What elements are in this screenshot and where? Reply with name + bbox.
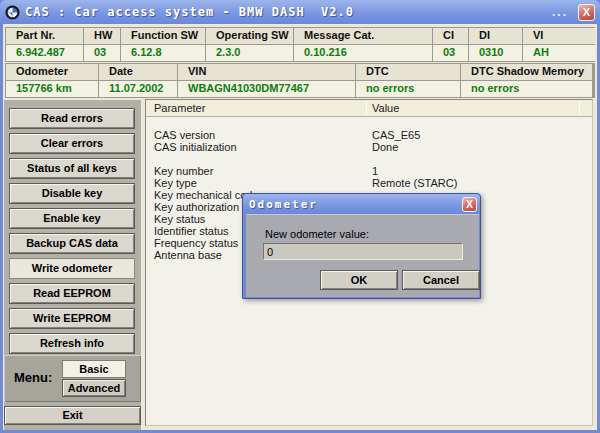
disable-key-button[interactable]: Disable key — [9, 183, 135, 204]
cancel-button[interactable]: Cancel — [402, 270, 480, 290]
exit-button[interactable]: Exit — [4, 406, 141, 425]
titlebar: CAS : Car access system - BMW DASH V2.0 … — [0, 0, 600, 24]
table-header-cell: CI — [433, 28, 468, 44]
dialog-title: Odometer — [249, 198, 462, 211]
odometer-dialog: Odometer X New odometer value: OK Cancel — [242, 193, 481, 299]
write-eeprom-button[interactable]: Write EEPROM — [9, 308, 135, 329]
titlebar-dots-button[interactable]: ... — [552, 5, 568, 19]
menu-basic-button[interactable]: Basic — [62, 360, 126, 378]
param-row: CAS initializationDone — [146, 141, 592, 153]
bmw-logo-icon — [5, 5, 20, 20]
table-value-cell: 157766 km — [6, 81, 98, 97]
table-value-cell: 03 — [433, 45, 468, 61]
table-header-cell: HW — [84, 28, 120, 44]
new-odometer-input[interactable] — [263, 243, 463, 260]
column-header-value: Value — [372, 102, 399, 114]
table-value-cell: 6.12.8 — [121, 45, 205, 61]
menu-panel: Menu: Basic Advanced — [4, 355, 141, 402]
table-value-cell: AH — [523, 45, 595, 61]
param-row: Key number1 — [146, 165, 592, 177]
ecu-info-table: Part Nr. HW Function SW Operating SW Mes… — [5, 27, 595, 62]
table-value-cell: WBAGN41030DM77467 — [178, 81, 355, 97]
clear-errors-button[interactable]: Clear errors — [9, 133, 135, 154]
vehicle-info-table: Odometer Date VIN DTC DTC Shadow Memory … — [5, 63, 595, 98]
table-header-cell: Function SW — [121, 28, 205, 44]
table-header-cell: DI — [469, 28, 522, 44]
ok-button[interactable]: OK — [320, 270, 398, 290]
write-odometer-button[interactable]: Write odometer — [9, 258, 135, 279]
row-spacer — [146, 153, 592, 165]
menu-advanced-button[interactable]: Advanced — [62, 379, 126, 397]
table-header-cell: Part Nr. — [6, 28, 83, 44]
table-header-cell: Odometer — [6, 64, 98, 80]
table-header-cell: DTC Shadow Memory — [461, 64, 592, 80]
sidebar: Read errors Clear errors Status of all k… — [4, 100, 141, 430]
table-header-cell: VI — [523, 28, 595, 44]
table-header-cell: Operating SW — [206, 28, 293, 44]
enable-key-button[interactable]: Enable key — [9, 208, 135, 229]
table-value-cell: 2.3.0 — [206, 45, 293, 61]
menu-label: Menu: — [14, 370, 52, 385]
window-title: CAS : Car access system - BMW DASH V2.0 — [25, 5, 552, 19]
table-value-cell: 0310 — [469, 45, 522, 61]
table-value-cell: no errors — [461, 81, 592, 97]
parameter-panel-header: Parameter Value — [146, 100, 592, 117]
read-errors-button[interactable]: Read errors — [9, 108, 135, 129]
dialog-close-icon[interactable]: X — [462, 197, 477, 212]
close-icon[interactable]: X — [578, 4, 595, 21]
table-header-cell: DTC — [356, 64, 460, 80]
backup-cas-data-button[interactable]: Backup CAS data — [9, 233, 135, 254]
table-header-cell: Message Cat. — [294, 28, 432, 44]
param-row: CAS versionCAS_E65 — [146, 129, 592, 141]
table-value-cell: 6.942.487 — [6, 45, 83, 61]
table-header-cell: VIN — [178, 64, 355, 80]
table-value-cell: no errors — [356, 81, 460, 97]
app-window: CAS : Car access system - BMW DASH V2.0 … — [0, 0, 600, 433]
column-divider — [366, 101, 367, 115]
column-divider — [579, 101, 580, 115]
table-value-cell: 0.10.216 — [294, 45, 432, 61]
refresh-info-button[interactable]: Refresh info — [9, 333, 135, 354]
table-header-cell: Date — [99, 64, 177, 80]
read-eeprom-button[interactable]: Read EEPROM — [9, 283, 135, 304]
dialog-titlebar: Odometer X — [243, 194, 480, 214]
table-value-cell: 11.07.2002 — [99, 81, 177, 97]
param-row: Key typeRemote (STARC) — [146, 177, 592, 189]
table-value-cell: 03 — [84, 45, 120, 61]
new-odometer-label: New odometer value: — [265, 228, 369, 240]
dialog-body: New odometer value: OK Cancel — [246, 214, 479, 297]
column-header-parameter: Parameter — [154, 102, 205, 114]
status-of-all-keys-button[interactable]: Status of all keys — [9, 158, 135, 179]
